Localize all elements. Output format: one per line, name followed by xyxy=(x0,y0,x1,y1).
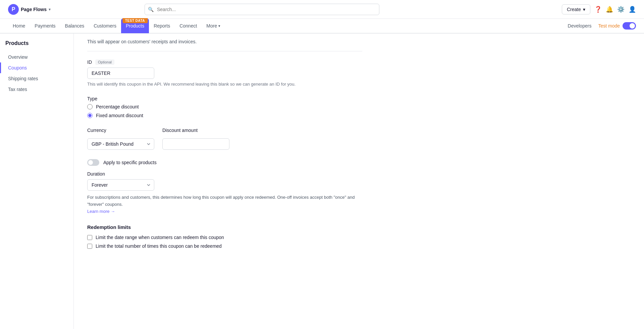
gear-icon[interactable]: ⚙️ xyxy=(617,6,625,13)
optional-badge: Optional xyxy=(95,59,114,65)
test-mode-area: Test mode xyxy=(598,22,636,30)
create-chevron-icon: ▾ xyxy=(583,7,585,12)
type-section: Type Percentage discount Fixed amount di… xyxy=(87,96,362,118)
logo-area[interactable]: P Page Flows ▾ xyxy=(8,4,51,15)
redemption-total-limit[interactable]: Limit the total number of times this cou… xyxy=(87,243,362,249)
topbar-right: Create ▾ ❓ 🔔 ⚙️ 👤 xyxy=(562,4,636,14)
id-section: ID Optional This will identify this coup… xyxy=(87,59,362,87)
bell-icon[interactable]: 🔔 xyxy=(606,6,613,13)
nav-item-reports[interactable]: Reports xyxy=(149,18,175,33)
sidebar: Products Overview Coupons Shipping rates… xyxy=(0,34,74,329)
sidebar-item-overview[interactable]: Overview xyxy=(3,52,71,62)
sidebar-title: Products xyxy=(0,40,73,52)
duration-section: Duration Forever Once Repeating For subs… xyxy=(87,171,362,215)
apply-products-row: Apply to specific products xyxy=(87,159,362,166)
radio-percentage-input[interactable] xyxy=(87,104,93,109)
redemption-total-checkbox[interactable] xyxy=(87,244,92,249)
apply-products-toggle[interactable] xyxy=(87,159,99,166)
nav-right: Developers Test mode xyxy=(568,22,636,30)
id-label: ID Optional xyxy=(87,59,362,65)
nav-item-home[interactable]: Home xyxy=(8,18,30,33)
topbar: P Page Flows ▾ 🔍 Create ▾ ❓ 🔔 ⚙️ 👤 xyxy=(0,0,644,19)
nav-item-balances[interactable]: Balances xyxy=(60,18,89,33)
type-label: Type xyxy=(87,96,362,101)
nav-item-connect[interactable]: Connect xyxy=(175,18,202,33)
radio-percentage[interactable]: Percentage discount xyxy=(87,104,362,109)
discount-wrap: £ xyxy=(162,138,229,150)
duration-note: For subscriptions and customers, this de… xyxy=(87,194,362,215)
nav-item-more[interactable]: More ▾ xyxy=(202,18,225,33)
redemption-date-checkbox[interactable] xyxy=(87,235,92,240)
currency-col: Currency GBP - British Pound USD - US Do… xyxy=(87,128,154,150)
radio-fixed-input[interactable] xyxy=(87,113,93,118)
currency-discount-section: Currency GBP - British Pound USD - US Do… xyxy=(87,128,362,150)
nav-item-products[interactable]: Products TEST DATA xyxy=(121,18,149,33)
redemption-section: Redemption limits Limit the date range w… xyxy=(87,224,362,249)
test-data-badge: TEST DATA xyxy=(122,18,148,23)
id-input[interactable] xyxy=(87,67,154,79)
apply-products-label: Apply to specific products xyxy=(103,160,157,165)
layout: Products Overview Coupons Shipping rates… xyxy=(0,34,644,329)
user-icon[interactable]: 👤 xyxy=(629,6,636,13)
learn-more-link[interactable]: Learn more → xyxy=(87,209,115,214)
redemption-title: Redemption limits xyxy=(87,224,362,230)
duration-select[interactable]: Forever Once Repeating xyxy=(87,179,154,191)
id-hint: This will identify this coupon in the AP… xyxy=(87,82,362,87)
nav: Home Payments Balances Customers Product… xyxy=(0,19,644,34)
currency-discount-row: Currency GBP - British Pound USD - US Do… xyxy=(87,128,362,150)
search-input[interactable] xyxy=(145,4,379,15)
duration-label: Duration xyxy=(87,171,362,177)
discount-input[interactable] xyxy=(162,138,229,150)
nav-item-customers[interactable]: Customers xyxy=(89,18,121,33)
radio-fixed[interactable]: Fixed amount discount xyxy=(87,113,362,118)
discount-label: Discount amount xyxy=(162,128,229,133)
currency-label: Currency xyxy=(87,128,154,133)
create-button[interactable]: Create ▾ xyxy=(562,4,590,14)
type-radio-group: Percentage discount Fixed amount discoun… xyxy=(87,104,362,118)
more-chevron-icon: ▾ xyxy=(218,24,220,28)
developers-link[interactable]: Developers xyxy=(568,23,592,29)
logo-name: Page Flows xyxy=(21,7,47,12)
sidebar-item-shipping-rates[interactable]: Shipping rates xyxy=(3,73,71,84)
nav-item-payments[interactable]: Payments xyxy=(30,18,60,33)
help-icon[interactable]: ❓ xyxy=(594,6,602,13)
sidebar-item-tax-rates[interactable]: Tax rates xyxy=(3,84,71,95)
main-content: This will appear on customers' receipts … xyxy=(74,34,376,329)
logo-chevron-icon: ▾ xyxy=(49,7,51,12)
test-mode-toggle[interactable] xyxy=(623,22,636,30)
discount-col: Discount amount £ xyxy=(162,128,229,150)
redemption-date-range[interactable]: Limit the date range when customers can … xyxy=(87,235,362,240)
search-bar: 🔍 xyxy=(145,4,379,15)
search-icon: 🔍 xyxy=(148,7,154,12)
sidebar-item-coupons[interactable]: Coupons xyxy=(0,62,71,73)
receipt-note: This will appear on customers' receipts … xyxy=(87,34,362,51)
logo-icon: P xyxy=(8,4,19,15)
currency-select[interactable]: GBP - British Pound USD - US Dollar EUR … xyxy=(87,138,154,150)
